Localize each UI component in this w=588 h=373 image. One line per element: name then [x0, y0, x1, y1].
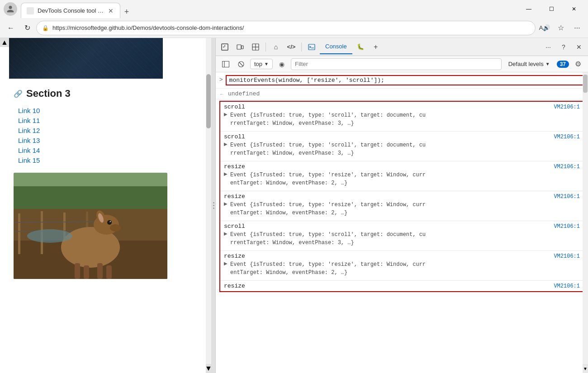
log-levels-selector[interactable]: Default levels ▼	[504, 59, 554, 69]
event-entry-4: resize VM2106:1 ▶ Event {isTrusted: true…	[220, 191, 583, 221]
event-source-6[interactable]: VM2106:1	[554, 253, 580, 260]
input-prompt: >	[219, 76, 223, 83]
profile-icon[interactable]	[4, 2, 17, 16]
console-input-area: > monitorEvents(window, ['resize', 'scro…	[216, 72, 588, 89]
more-tools-button[interactable]: ···	[541, 40, 555, 54]
svg-rect-26	[242, 46, 243, 49]
console-command[interactable]: monitorEvents(window, ['resize', 'scroll…	[226, 75, 584, 85]
page-link-11[interactable]: Link 11	[18, 117, 40, 124]
event-header-7: resize VM2106:1	[224, 283, 580, 289]
console-settings-button[interactable]: ⚙	[572, 58, 584, 71]
page-link-14[interactable]: Link 14	[18, 146, 40, 154]
levels-dropdown-arrow: ▼	[545, 61, 550, 66]
back-button[interactable]: ←	[4, 21, 18, 35]
address-bar[interactable]: 🔒 https://microsoftedge.github.io/Demos/…	[36, 21, 536, 35]
event-source-1[interactable]: VM2106:1	[554, 104, 580, 110]
event-detail-2: ▶ Event {isTrusted: true, type: 'scroll'…	[224, 140, 580, 159]
page-link-12[interactable]: Link 12	[18, 127, 40, 134]
page-link-13[interactable]: Link 13	[18, 137, 40, 144]
resize-dots	[213, 202, 214, 209]
event-source-2[interactable]: VM2106:1	[554, 134, 580, 140]
elements-button[interactable]	[248, 40, 263, 54]
section-title: Section 3	[26, 88, 71, 99]
event-type-1: scroll	[224, 104, 245, 110]
expand-arrow-5[interactable]: ▶	[224, 231, 228, 236]
event-detail-4: ▶ Event {isTrusted: true, type: 'resize'…	[224, 200, 580, 219]
expand-arrow-1[interactable]: ▶	[224, 112, 228, 117]
close-button[interactable]: ✕	[564, 2, 584, 16]
resize-handle[interactable]	[212, 38, 215, 373]
svg-line-35	[239, 62, 243, 66]
event-source-5[interactable]: VM2106:1	[554, 223, 580, 230]
event-header-5: scroll VM2106:1	[224, 223, 580, 230]
levels-label: Default levels	[508, 61, 544, 67]
event-detail-5: ▶ Event {isTrusted: true, type: 'scroll'…	[224, 230, 580, 249]
console-output: > monitorEvents(window, ['resize', 'scro…	[216, 72, 588, 373]
inspect-element-button[interactable]	[218, 40, 232, 54]
webpage-panel: ▲ 🔗 Section 3 Link 10 Link 11 Link 12 Li…	[0, 38, 212, 373]
expand-arrow-2[interactable]: ▶	[224, 142, 228, 146]
expand-arrow-4[interactable]: ▶	[224, 201, 228, 206]
expand-arrow-3[interactable]: ▶	[224, 171, 228, 176]
section-heading: 🔗 Section 3	[14, 88, 198, 99]
event-source-7[interactable]: VM2106:1	[554, 283, 580, 289]
context-selector[interactable]: top ▼	[250, 59, 273, 69]
add-tool-button[interactable]: +	[369, 40, 383, 54]
scroll-up-button[interactable]: ▲	[0, 38, 9, 47]
event-header-3: resize VM2106:1	[224, 163, 580, 170]
scroll-down-button[interactable]: ▼	[206, 364, 211, 373]
list-item: Link 13	[18, 137, 198, 145]
performance-button[interactable]: 🐛	[353, 40, 368, 54]
console-toolbar: top ▼ ◉ Default levels ▼ 37 ⚙	[216, 56, 588, 72]
scrollbar-thumb[interactable]	[206, 74, 211, 128]
svg-rect-19	[75, 263, 80, 279]
devtools-close-button[interactable]: ✕	[572, 40, 586, 54]
expand-arrow-6[interactable]: ▶	[224, 261, 228, 266]
filter-input[interactable]	[291, 58, 502, 70]
live-expressions-button[interactable]: ◉	[275, 58, 288, 71]
toolbar-separator	[266, 42, 266, 52]
event-source-4[interactable]: VM2106:1	[554, 194, 580, 200]
error-count-badge: 37	[557, 61, 569, 68]
event-type-5: scroll	[224, 223, 245, 230]
svg-rect-24	[222, 44, 228, 50]
event-type-6: resize	[224, 253, 245, 260]
section-link-icon: 🔗	[14, 90, 23, 98]
svg-point-23	[27, 229, 72, 243]
main-area: ▲ 🔗 Section 3 Link 10 Link 11 Link 12 Li…	[0, 38, 588, 373]
console-tab[interactable]: Console	[320, 40, 352, 54]
active-tab[interactable]: DevTools Console tool DOM inte ✕	[21, 3, 120, 18]
event-detail-text-2: Event {isTrusted: true, type: 'scroll', …	[230, 141, 426, 157]
page-link-15[interactable]: Link 15	[18, 156, 40, 164]
more-options-button[interactable]: ···	[570, 21, 584, 35]
event-entry-2: scroll VM2106:1 ▶ Event {isTrusted: true…	[220, 132, 583, 161]
device-emulation-button[interactable]	[233, 40, 247, 54]
console-icon	[304, 40, 319, 54]
event-source-3[interactable]: VM2106:1	[554, 164, 580, 170]
hero-image	[9, 38, 163, 79]
maximize-button[interactable]: ☐	[541, 2, 562, 16]
hero-pattern	[9, 38, 163, 79]
devtools-scrollbar-thumb[interactable]	[583, 75, 588, 93]
page-link-10[interactable]: Link 10	[18, 107, 40, 114]
show-sidebar-button[interactable]	[219, 58, 232, 71]
list-item: Link 10	[18, 107, 198, 115]
favorites-button[interactable]: ☆	[554, 21, 568, 35]
devtools-scroll-down[interactable]: ▼	[583, 364, 588, 373]
event-type-2: scroll	[224, 133, 245, 140]
refresh-button[interactable]: ↻	[20, 21, 34, 35]
nav-actions: A🔊 ☆ ···	[537, 21, 584, 35]
minimize-button[interactable]: —	[518, 2, 539, 16]
toolbar-separator-2	[301, 42, 302, 52]
svg-rect-32	[223, 61, 229, 67]
new-tab-button[interactable]: +	[120, 5, 133, 18]
read-aloud-button[interactable]: A🔊	[537, 21, 552, 35]
help-button[interactable]: ?	[556, 40, 571, 54]
source-button[interactable]: </>	[284, 40, 299, 54]
home-button[interactable]: ⌂	[269, 40, 283, 54]
tab-close-button[interactable]: ✕	[107, 6, 114, 15]
clear-console-button[interactable]	[235, 58, 247, 71]
svg-rect-21	[97, 263, 103, 279]
title-bar: DevTools Console tool DOM inte ✕ + — ☐ ✕	[0, 0, 588, 18]
webpage-scrollbar: ▼	[206, 38, 211, 373]
